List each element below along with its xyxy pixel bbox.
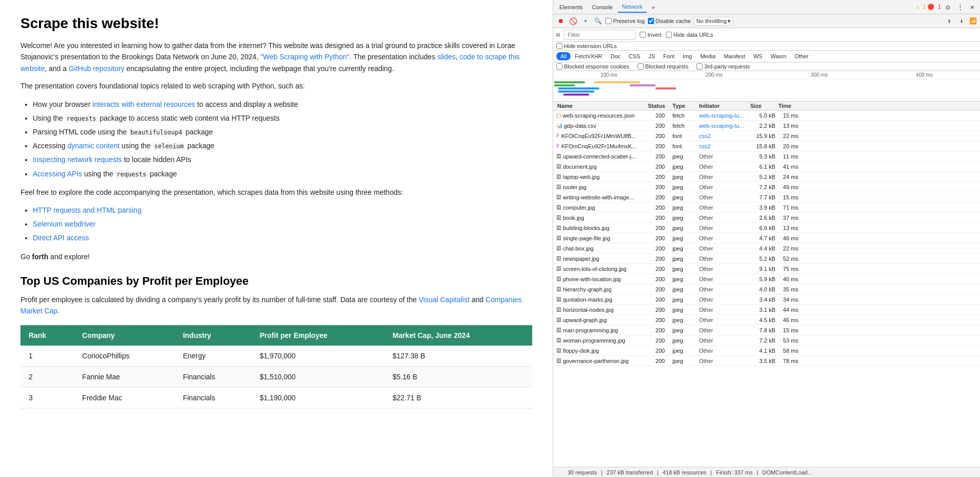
invert-checkbox-label[interactable]: Invert xyxy=(640,32,662,38)
row-initiator[interactable]: Other xyxy=(699,358,750,364)
network-row[interactable]: 🖼 man-programming.jpg 200 jpeg Other 7.8… xyxy=(553,325,980,335)
row-initiator[interactable]: Other xyxy=(699,307,750,313)
method-3-link[interactable]: Direct API access xyxy=(33,234,89,242)
throttle-select[interactable]: No throttling ▾ xyxy=(694,17,733,26)
blocked-response-cookies-label[interactable]: Blocked response cookies xyxy=(556,63,629,70)
row-initiator[interactable]: css2 xyxy=(699,143,750,149)
row-initiator[interactable]: Other xyxy=(699,327,750,333)
hide-extension-label[interactable]: Hide extension URLs xyxy=(556,43,977,49)
type-tab-js[interactable]: JS xyxy=(644,52,659,60)
row-initiator[interactable]: web-scraping-tu... xyxy=(699,123,750,129)
row-initiator[interactable]: Other xyxy=(699,297,750,303)
hide-data-urls-label[interactable]: Hide data URLs xyxy=(666,32,713,38)
row-initiator[interactable]: Other xyxy=(699,235,750,241)
tab-network[interactable]: Network xyxy=(618,2,646,13)
panel-resizer[interactable] xyxy=(557,469,563,475)
apis-link[interactable]: Accessing APIs xyxy=(33,170,82,178)
row-initiator[interactable]: Other xyxy=(699,266,750,272)
row-initiator[interactable]: Other xyxy=(699,184,750,190)
blocked-requests-checkbox[interactable] xyxy=(638,63,644,70)
dynamic-content-link[interactable]: dynamic content xyxy=(68,142,120,150)
network-row[interactable]: 🖼 single-page-file.jpg 200 jpeg Other 4.… xyxy=(553,233,980,243)
row-initiator[interactable]: Other xyxy=(699,164,750,170)
col-header-size[interactable]: Size xyxy=(750,103,778,109)
export-har-button[interactable]: ⬇ xyxy=(957,16,966,26)
network-row[interactable]: 🖼 screen-lots-of-clicking.jpg 200 jpeg O… xyxy=(553,264,980,274)
network-row[interactable]: 🖼 floppy-disk.jpg 200 jpeg Other 4.1 kB … xyxy=(553,346,980,356)
method-2-link[interactable]: Selenium webdriver xyxy=(33,220,96,228)
network-row[interactable]: 🖼 computer.jpg 200 jpeg Other 3.9 kB 71 … xyxy=(553,202,980,213)
network-row[interactable]: 🖼 newspaper.jpg 200 jpeg Other 5.2 kB 52… xyxy=(553,254,980,264)
tab-more[interactable]: » xyxy=(648,2,659,12)
network-row[interactable]: 🖼 router.jpg 200 jpeg Other 7.2 kB 49 ms xyxy=(553,182,980,192)
row-initiator[interactable]: Other xyxy=(699,317,750,323)
row-initiator[interactable]: Other xyxy=(699,276,750,282)
preserve-log-checkbox[interactable] xyxy=(605,18,612,24)
network-row[interactable]: 🖼 hierarchy-graph.jpg 200 jpeg Other 4.0… xyxy=(553,284,980,294)
type-tab-wasm[interactable]: Wasm xyxy=(767,52,791,60)
type-tab-css[interactable]: CSS xyxy=(625,52,645,60)
hide-data-urls-checkbox[interactable] xyxy=(666,32,672,38)
method-1-link[interactable]: HTTP requests and HTML parsing xyxy=(33,206,141,214)
offline-icon[interactable]: 📶 xyxy=(969,17,977,25)
network-row[interactable]: 🖼 document.jpg 200 jpeg Other 6.1 kB 41 … xyxy=(553,162,980,172)
disable-cache-checkbox[interactable] xyxy=(648,18,654,24)
network-row[interactable]: 𝔽 KFOmCnqEu92Fr1Mu4mxK... 200 font css2 … xyxy=(553,141,980,151)
network-row[interactable]: 🖼 book.jpg 200 jpeg Other 2.6 kB 37 ms xyxy=(553,213,980,223)
network-row[interactable]: { } web-scraping-resources.json 200 fetc… xyxy=(553,110,980,121)
clear-button[interactable]: 🚫 xyxy=(569,16,578,26)
type-tab-ws[interactable]: WS xyxy=(749,52,767,60)
row-initiator[interactable]: web-scraping-tu... xyxy=(699,112,750,119)
import-har-button[interactable]: ⬆ xyxy=(945,16,954,26)
network-row[interactable]: 🖼 horizontal-nodes.jpg 200 jpeg Other 3.… xyxy=(553,305,980,315)
type-tab-doc[interactable]: Doc xyxy=(606,52,625,60)
settings-icon[interactable]: ⚙ xyxy=(942,2,953,13)
row-initiator[interactable]: Other xyxy=(699,225,750,231)
row-initiator[interactable]: Other xyxy=(699,153,750,160)
network-row[interactable]: 🖼 chat-box.jpg 200 jpeg Other 4.4 kB 22 … xyxy=(553,243,980,254)
filter-button[interactable]: ▾ xyxy=(581,16,590,26)
row-initiator[interactable]: Other xyxy=(699,215,750,221)
third-party-requests-checkbox[interactable] xyxy=(696,63,703,70)
filter-input[interactable] xyxy=(564,30,636,40)
type-tab-other[interactable]: Other xyxy=(790,52,813,60)
network-row[interactable]: 🖼 quotation-marks.jpg 200 jpeg Other 3.4… xyxy=(553,294,980,305)
row-initiator[interactable]: Other xyxy=(699,256,750,262)
search-button[interactable]: 🔍 xyxy=(593,16,602,26)
network-requests-link[interactable]: Inspecting network requests xyxy=(33,155,122,164)
network-row[interactable]: 🖼 upward-graph.jpg 200 jpeg Other 4.5 kB… xyxy=(553,315,980,325)
close-devtools-icon[interactable]: ✕ xyxy=(967,2,978,13)
col-header-initiator[interactable]: Initiator xyxy=(699,103,750,109)
col-header-name[interactable]: Name xyxy=(553,103,648,109)
blocked-response-cookies-checkbox[interactable] xyxy=(556,63,562,70)
type-tab-media[interactable]: Media xyxy=(696,52,720,60)
row-initiator[interactable]: Other xyxy=(699,245,750,252)
row-initiator[interactable]: css2 xyxy=(699,133,750,139)
network-row[interactable]: 🖼 writing-website-with-image... 200 jpeg… xyxy=(553,192,980,202)
preserve-log-checkbox-label[interactable]: Preserve log xyxy=(605,18,645,24)
network-row[interactable]: 🖼 building-blocks.jpg 200 jpeg Other 6.6… xyxy=(553,223,980,233)
row-initiator[interactable]: Other xyxy=(699,205,750,211)
invert-checkbox[interactable] xyxy=(640,32,646,38)
blocked-requests-label[interactable]: Blocked requests xyxy=(638,63,688,70)
type-tab-manifest[interactable]: Manifest xyxy=(720,52,749,60)
type-tab-img[interactable]: Img xyxy=(679,52,696,60)
row-initiator[interactable]: Other xyxy=(699,194,750,200)
row-initiator[interactable]: Other xyxy=(699,337,750,344)
type-tab-font[interactable]: Font xyxy=(659,52,679,60)
network-row[interactable]: 🖼 laptop-web.jpg 200 jpeg Other 5.2 kB 2… xyxy=(553,172,980,182)
slides-link[interactable]: slides xyxy=(437,53,455,61)
tab-elements[interactable]: Elements xyxy=(555,2,587,12)
disable-cache-checkbox-label[interactable]: Disable cache xyxy=(648,18,691,24)
network-row[interactable]: 🖼 woman-programming.jpg 200 jpeg Other 7… xyxy=(553,335,980,346)
web-scraping-link[interactable]: "Web Scraping with Python" xyxy=(260,53,350,61)
network-row[interactable]: 🖼 governance-parthenon.jpg 200 jpeg Othe… xyxy=(553,356,980,366)
network-row[interactable]: 📊 gdp-data.csv 200 fetch web-scraping-tu… xyxy=(553,121,980,131)
github-link[interactable]: GitHub repository xyxy=(69,64,124,73)
record-button[interactable]: ⏺ xyxy=(556,16,565,26)
type-tab-fetch-xhr[interactable]: Fetch/XHR xyxy=(571,52,606,60)
type-tab-all[interactable]: All xyxy=(556,52,571,60)
col-header-time[interactable]: Time xyxy=(778,103,801,109)
more-options-icon[interactable]: ⋮ xyxy=(954,2,966,13)
tab-console[interactable]: Console xyxy=(588,2,617,12)
